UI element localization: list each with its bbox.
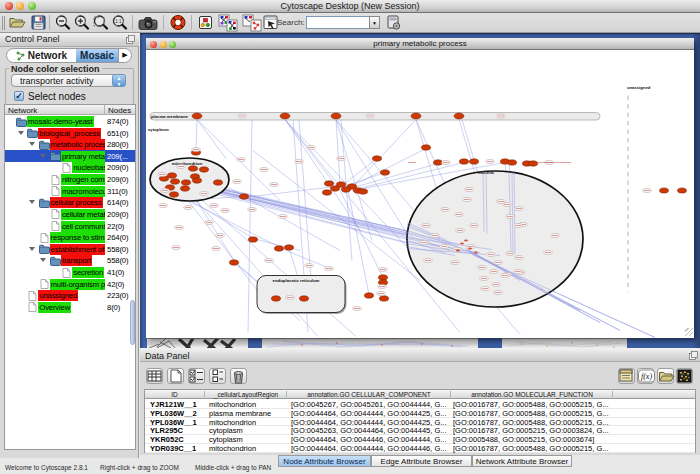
svg-text:mitochondrion: mitochondrion <box>172 161 203 166</box>
svg-text:cytoplasm: cytoplasm <box>148 127 169 132</box>
svg-text:unassigned: unassigned <box>627 85 651 90</box>
svg-text:f(x): f(x) <box>641 372 652 381</box>
svg-text:1:1: 1:1 <box>115 19 122 24</box>
svg-text:endoplasmic reticulum: endoplasmic reticulum <box>273 278 320 283</box>
svg-text:plasma membrane: plasma membrane <box>151 114 188 119</box>
